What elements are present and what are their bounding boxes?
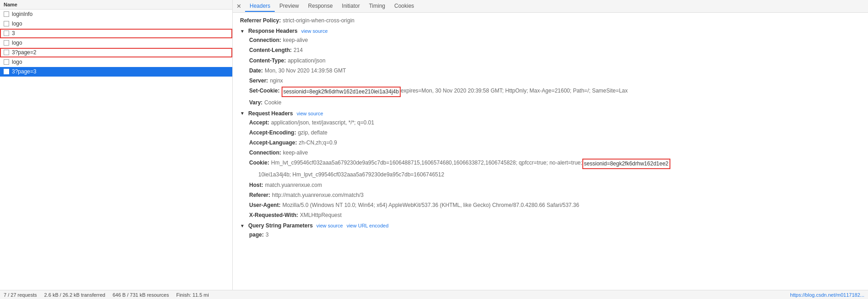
list-item-checkbox[interactable] — [4, 21, 9, 26]
list-item[interactable]: logo — [0, 19, 232, 29]
response-header-value: application/json — [288, 57, 325, 65]
request-header-key: User-Agent: — [249, 201, 281, 210]
list-item-checkbox[interactable] — [4, 40, 9, 46]
request-header-key: Accept-Language: — [249, 139, 297, 147]
request-header-row: Cookie:Hm_lvt_c99546cf032aaa5a679230de9a… — [240, 159, 861, 169]
request-header-key: X-Requested-With: — [249, 211, 298, 220]
request-header-value: application/json, text/javascript, */*; … — [271, 119, 374, 127]
response-header-key: Vary: — [249, 98, 262, 107]
request-header-key: Connection: — [249, 149, 281, 157]
request-header-row: Connection:keep-alive — [240, 149, 861, 157]
request-header-row: User-Agent:Mozilla/5.0 (Windows NT 10.0;… — [240, 201, 861, 210]
list-item-label: loginInfo — [12, 11, 32, 17]
response-headers-list: Connection:keep-aliveContent-Length:214C… — [240, 36, 861, 107]
request-header-value: match.yuanrenxue.com — [265, 181, 322, 190]
request-header-key: Host: — [249, 181, 263, 190]
cookie-continued: 10iei1a34j4b; Hm_lpvt_c99546cf032aaa5a67… — [258, 170, 444, 179]
cookie-continued-row: 10iei1a34j4b; Hm_lpvt_c99546cf032aaa5a67… — [240, 170, 861, 179]
referrer-policy-row: Referrer Policy: strict-origin-when-cros… — [240, 16, 861, 25]
list-item-label: logo — [12, 40, 22, 46]
main-content: Name loginInfologo3logo3?page=2logo3?pag… — [0, 0, 868, 290]
right-panel: ✕ Headers Preview Response Initiator Tim… — [233, 0, 868, 290]
referrer-policy-value: strict-origin-when-cross-origin — [282, 16, 354, 25]
tabs-bar: ✕ Headers Preview Response Initiator Tim… — [233, 0, 868, 13]
response-header-value: Mon, 30 Nov 2020 14:39:58 GMT — [265, 67, 346, 75]
response-header-key: Set-Cookie: — [249, 87, 280, 97]
request-header-value: gzip, deflate — [298, 129, 328, 137]
tab-initiator[interactable]: Initiator — [337, 1, 364, 12]
response-header-value: keep-alive — [283, 36, 308, 45]
list-item[interactable]: loginInfo — [0, 10, 232, 19]
response-header-row: Content-Type:application/json — [240, 57, 861, 65]
list-item[interactable]: 3 — [0, 29, 232, 38]
tab-timing[interactable]: Timing — [364, 1, 390, 12]
list-item[interactable]: logo — [0, 38, 232, 48]
request-list: loginInfologo3logo3?page=2logo3?page=3 — [0, 10, 232, 290]
request-header-value: XMLHttpRequest — [300, 211, 341, 220]
request-header-row: Accept-Language:zh-CN,zh;q=0.9 — [240, 139, 861, 147]
request-header-row: Referer:http://match.yuanrenxue.com/matc… — [240, 191, 861, 200]
request-header-value: http://match.yuanrenxue.com/match/3 — [272, 191, 364, 200]
response-header-row: Set-Cookie:sessionid=8egk2fk6drhw162d1ee… — [240, 87, 861, 97]
response-header-key: Date: — [249, 67, 263, 75]
request-header-key: Referer: — [249, 191, 270, 200]
list-item-checkbox[interactable] — [4, 59, 9, 65]
status-resources: 646 B / 731 kB resources — [113, 292, 169, 298]
status-bar: 7 / 27 requests 2.6 kB / 26.2 kB transfe… — [0, 290, 868, 299]
request-header-key: Accept: — [249, 119, 269, 127]
referrer-policy-key: Referrer Policy: — [240, 16, 281, 25]
request-header-key: Cookie: — [249, 159, 269, 169]
tab-response[interactable]: Response — [303, 1, 337, 12]
set-cookie-highlighted: sessionid=8egk2fk6drhw162d1ee210iei1a34j… — [282, 87, 401, 97]
response-header-key: Content-Length: — [249, 46, 292, 55]
left-panel: Name loginInfologo3logo3?page=2logo3?pag… — [0, 0, 233, 290]
list-item-label: 3 — [12, 30, 15, 36]
response-header-row: Connection:keep-alive — [240, 36, 861, 45]
list-item-label: 3?page=2 — [12, 49, 37, 56]
tab-preview[interactable]: Preview — [275, 1, 303, 12]
left-panel-header: Name — [0, 0, 232, 10]
response-headers-view-source[interactable]: view source — [301, 28, 328, 34]
response-header-value: nginx — [270, 77, 283, 85]
list-item-checkbox[interactable] — [4, 50, 9, 55]
list-item-label: logo — [12, 21, 22, 27]
cookie-prefix: Hm_lvt_c99546cf032aaa5a679230de9a95c7db=… — [271, 159, 582, 169]
response-header-row: Date:Mon, 30 Nov 2020 14:39:58 GMT — [240, 67, 861, 75]
request-header-row: Host:match.yuanrenxue.com — [240, 181, 861, 190]
query-params-view-source[interactable]: view source — [316, 223, 343, 228]
query-string-params-title: Query String Parameters view source view… — [240, 222, 861, 229]
response-header-key: Server: — [249, 77, 268, 85]
request-header-row: X-Requested-With:XMLHttpRequest — [240, 211, 861, 220]
query-param-row: page:3 — [240, 231, 861, 239]
tab-headers[interactable]: Headers — [245, 1, 275, 12]
response-header-value: Cookie — [264, 98, 281, 107]
query-params-view-url-encoded[interactable]: view URL encoded — [346, 223, 388, 228]
list-item[interactable]: 3?page=2 — [0, 48, 232, 57]
close-icon[interactable]: ✕ — [236, 3, 241, 10]
response-header-key: Connection: — [249, 36, 281, 45]
list-item[interactable]: 3?page=3 — [0, 67, 232, 77]
name-column-header: Name — [4, 2, 17, 7]
response-header-value: 214 — [293, 46, 303, 55]
response-headers-title: Response Headers view source — [240, 28, 861, 34]
list-item-checkbox[interactable] — [4, 11, 9, 17]
response-header-row: Server:nginx — [240, 77, 861, 85]
request-header-row: Accept:application/json, text/javascript… — [240, 119, 861, 127]
tab-cookies[interactable]: Cookies — [390, 1, 418, 12]
query-param-key: page: — [249, 231, 264, 239]
query-param-value: 3 — [266, 231, 269, 239]
cookie-session-highlighted: sessionid=8egk2fk6drhw162d1ee2 — [582, 159, 670, 169]
response-header-row: Content-Length:214 — [240, 46, 861, 55]
status-right-link: https://blog.csdn.net/m0117182... — [790, 292, 864, 298]
list-item[interactable]: logo — [0, 57, 232, 67]
list-item-label: logo — [12, 59, 22, 65]
request-headers-view-source[interactable]: view source — [297, 111, 323, 116]
request-headers-title: Request Headers view source — [240, 110, 861, 117]
query-params-list: page:3 — [240, 231, 861, 239]
list-item-checkbox[interactable] — [4, 69, 9, 74]
status-finish: Finish: 11.5 mi — [176, 292, 209, 298]
status-requests: 7 / 27 requests — [4, 292, 37, 298]
list-item-checkbox[interactable] — [4, 31, 9, 36]
list-item-label: 3?page=3 — [12, 68, 37, 75]
request-header-value: zh-CN,zh;q=0.9 — [299, 139, 337, 147]
